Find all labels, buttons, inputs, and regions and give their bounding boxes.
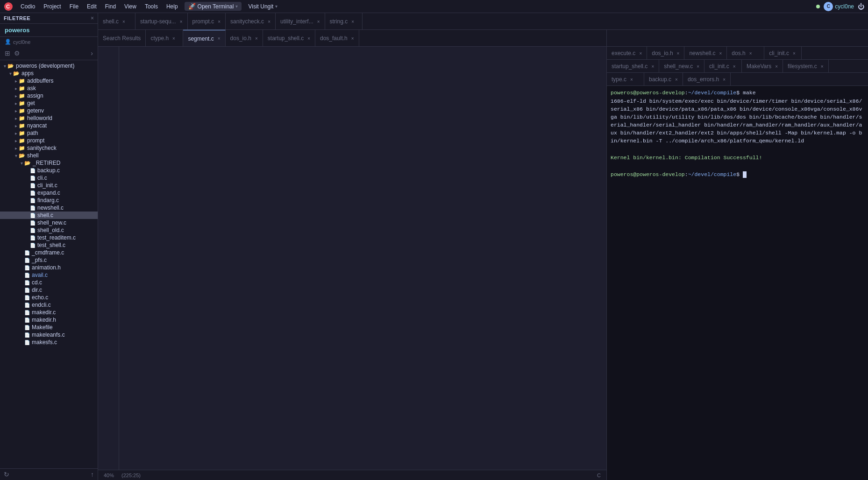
tree-item-getenv[interactable]: 📁getenv bbox=[0, 107, 98, 114]
tree-item-get[interactable]: 📁get bbox=[0, 99, 98, 107]
sidebar-bottom-refresh-icon[interactable]: ↻ bbox=[4, 471, 9, 478]
tab-newshellc[interactable]: newshell.c× bbox=[684, 47, 727, 60]
tab-close-button[interactable]: × bbox=[697, 64, 699, 69]
tree-item-sanitycheck[interactable]: 📁sanitycheck bbox=[0, 144, 98, 152]
tree-item-makesfs_c[interactable]: 📄makesfs.c bbox=[0, 339, 98, 346]
tab-shellc[interactable]: shell.c× bbox=[98, 13, 135, 30]
tree-item-_pfs_c[interactable]: 📄_pfs.c bbox=[0, 256, 98, 264]
tree-item-shell_c[interactable]: 📄shell.c bbox=[0, 212, 98, 219]
tab-startup-sequ[interactable]: startup-sequ...× bbox=[135, 13, 188, 30]
tab-close-button[interactable]: × bbox=[639, 51, 642, 56]
tree-item-apps[interactable]: 📂apps bbox=[0, 70, 98, 77]
tab-segmentc[interactable]: segment.c× bbox=[183, 30, 225, 47]
tab-stringc[interactable]: string.c× bbox=[325, 13, 363, 30]
tree-item-makedir_h[interactable]: 📄makedir.h bbox=[0, 316, 98, 324]
tab-dosh[interactable]: dos.h× bbox=[727, 47, 764, 60]
tree-item-shell_old_c[interactable]: 📄shell_old.c bbox=[0, 226, 98, 234]
tab-close-button[interactable]: × bbox=[821, 64, 824, 69]
tab-shell_newc[interactable]: shell_new.c× bbox=[659, 60, 704, 73]
menu-help[interactable]: Help bbox=[163, 2, 182, 11]
tab-cli_initc[interactable]: cli_init.c× bbox=[704, 60, 742, 73]
tree-item-backup_c[interactable]: 📄backup.c bbox=[0, 167, 98, 174]
tree-item-echo_c[interactable]: 📄echo.c bbox=[0, 294, 98, 301]
tree-item-endcli_c[interactable]: 📄endcli.c bbox=[0, 301, 98, 309]
tab-MakeVars[interactable]: MakeVars× bbox=[742, 60, 783, 73]
tree-item-expand_c[interactable]: 📄expand.c bbox=[0, 189, 98, 197]
menu-project[interactable]: Project bbox=[40, 2, 64, 11]
menu-file[interactable]: File bbox=[66, 2, 82, 11]
tab-close-button[interactable]: × bbox=[675, 77, 678, 82]
menu-tools[interactable]: Tools bbox=[141, 2, 162, 11]
tree-item-shell[interactable]: 📂shell bbox=[0, 152, 98, 159]
tree-item-findarg_c[interactable]: 📄findarg.c bbox=[0, 197, 98, 204]
tab-dos_ioh[interactable]: dos_io.h× bbox=[226, 30, 263, 47]
sidebar-home-icon[interactable]: ⊞ bbox=[4, 49, 11, 58]
code-content[interactable] bbox=[119, 47, 606, 470]
tab-dos_ioh[interactable]: dos_io.h× bbox=[647, 47, 684, 60]
tab-close-button[interactable]: × bbox=[719, 51, 722, 56]
tree-item-assign[interactable]: 📁assign bbox=[0, 92, 98, 99]
tree-item-test_readitem_c[interactable]: 📄test_readitem.c bbox=[0, 234, 98, 241]
tree-item-test_shell_c[interactable]: 📄test_shell.c bbox=[0, 241, 98, 249]
tab-close-button[interactable]: × bbox=[733, 64, 736, 69]
tab-close-button[interactable]: × bbox=[651, 64, 654, 69]
sidebar-bottom-up-icon[interactable]: ↑ bbox=[91, 471, 94, 478]
tab-sanitycheckc[interactable]: sanitycheck.c× bbox=[226, 13, 276, 30]
menu-view[interactable]: View bbox=[121, 2, 140, 11]
tab-close-button[interactable]: × bbox=[723, 77, 726, 82]
tab-close-button[interactable]: × bbox=[677, 51, 680, 56]
tree-item-makedir_c[interactable]: 📄makedir.c bbox=[0, 309, 98, 316]
tab-cli_initc[interactable]: cli_init.c× bbox=[764, 47, 802, 60]
tree-item-makeleanfs_c[interactable]: 📄makeleanfs.c bbox=[0, 331, 98, 339]
tree-item-dir_c[interactable]: 📄dir.c bbox=[0, 286, 98, 294]
tab-dos_faulth[interactable]: dos_fault.h× bbox=[315, 30, 359, 47]
tab-close-button[interactable]: × bbox=[307, 36, 310, 41]
tree-item-newshell_c[interactable]: 📄newshell.c bbox=[0, 204, 98, 212]
tab-dos_errorsh[interactable]: dos_errors.h× bbox=[683, 73, 731, 86]
tab-startup_shellc[interactable]: startup_shell.c× bbox=[607, 60, 659, 73]
tree-item-shell_new_c[interactable]: 📄shell_new.c bbox=[0, 219, 98, 226]
tab-close-button[interactable]: × bbox=[317, 19, 320, 24]
terminal-content[interactable]: poweros@poweros-develop:~/devel/compile$… bbox=[607, 86, 868, 480]
sidebar-close-button[interactable]: × bbox=[91, 15, 94, 21]
tab-utility_interf[interactable]: utility_interf...× bbox=[276, 13, 325, 30]
tab-startup_shellc[interactable]: startup_shell.c× bbox=[263, 30, 315, 47]
sidebar-gear-icon[interactable]: ⚙ bbox=[13, 49, 21, 58]
visit-ungit-button[interactable]: Visit Ungit ▾ bbox=[244, 2, 281, 11]
tree-item-helloworld[interactable]: 📁helloworld bbox=[0, 114, 98, 122]
tree-item-avail_c[interactable]: 📄avail.c bbox=[0, 271, 98, 279]
open-terminal-button[interactable]: 🚀 Open Terminal ▾ bbox=[185, 2, 242, 11]
menu-codio[interactable]: Codio bbox=[17, 2, 39, 11]
tab-close-button[interactable]: × bbox=[255, 36, 258, 41]
tree-item-nyancat[interactable]: 📁nyancat bbox=[0, 122, 98, 129]
tab-close-button[interactable]: × bbox=[630, 77, 633, 82]
tab-close-button[interactable]: × bbox=[268, 19, 270, 24]
menu-edit[interactable]: Edit bbox=[83, 2, 100, 11]
tab-close-button[interactable]: × bbox=[180, 19, 183, 24]
tree-item-prompt[interactable]: 📁prompt bbox=[0, 137, 98, 144]
codio-logo[interactable]: C bbox=[4, 2, 13, 11]
menu-find[interactable]: Find bbox=[101, 2, 120, 11]
tab-backupc[interactable]: backup.c× bbox=[644, 73, 683, 86]
tree-item-Makefile[interactable]: 📄Makefile bbox=[0, 324, 98, 331]
tab-executec[interactable]: execute.c× bbox=[607, 47, 647, 60]
tab-close-button[interactable]: × bbox=[122, 19, 125, 24]
sidebar-arrow-right-icon[interactable]: › bbox=[90, 49, 94, 58]
tree-item-cd_c[interactable]: 📄cd.c bbox=[0, 279, 98, 286]
tab-typec[interactable]: type.c× bbox=[607, 73, 644, 86]
tree-item-ask[interactable]: 📁ask bbox=[0, 85, 98, 92]
tab-close-button[interactable]: × bbox=[749, 51, 752, 56]
tab-close-button[interactable]: × bbox=[351, 19, 354, 24]
tab-ctypeh[interactable]: ctype.h× bbox=[146, 30, 183, 47]
tree-item-_RETIRED[interactable]: 📂_RETIRED bbox=[0, 159, 98, 167]
tab-SearchResults[interactable]: Search Results bbox=[98, 30, 146, 47]
tree-item-path[interactable]: 📁path bbox=[0, 129, 98, 137]
tree-item-addbuffers[interactable]: 📁addbuffers bbox=[0, 77, 98, 85]
tree-item-cli_init_c[interactable]: 📄cli_init.c bbox=[0, 182, 98, 189]
tab-close-button[interactable]: × bbox=[218, 19, 221, 24]
tab-filesystemc[interactable]: filesystem.c× bbox=[783, 60, 829, 73]
tree-item-cli_c[interactable]: 📄cli.c bbox=[0, 174, 98, 182]
tab-close-button[interactable]: × bbox=[351, 36, 354, 41]
tab-close-button[interactable]: × bbox=[218, 36, 221, 41]
tree-item-_cmdframe_c[interactable]: 📄_cmdframe.c bbox=[0, 249, 98, 256]
